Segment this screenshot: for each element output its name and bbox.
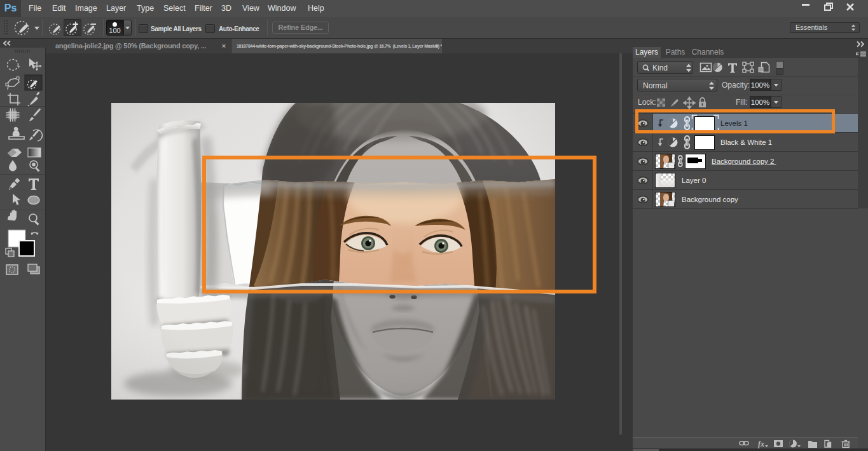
svg-text:fx: fx [758, 440, 764, 448]
